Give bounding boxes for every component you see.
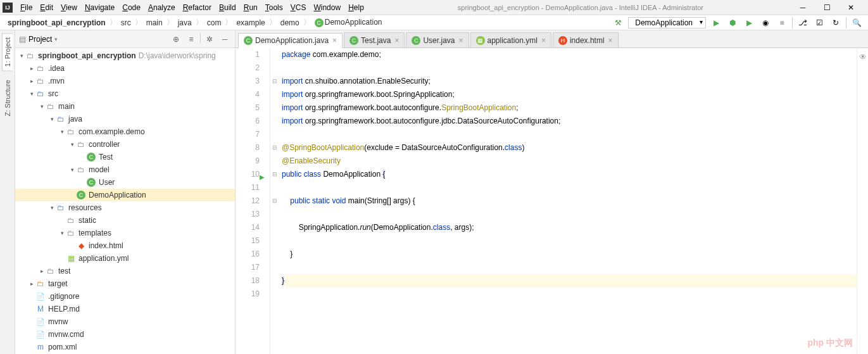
tree-arrow-icon[interactable]: ▸	[38, 268, 46, 274]
tree-node-resources[interactable]: ▾🗀resources	[15, 201, 235, 214]
hide-panel-icon[interactable]: ─	[218, 33, 231, 46]
run-button[interactable]: ▶	[710, 16, 722, 29]
tab-index.html[interactable]: Hindex.html×	[553, 32, 619, 47]
tree-arrow-icon[interactable]: ▾	[38, 103, 46, 110]
tab-label: Test.java	[361, 36, 391, 45]
tree-label: DemoApplication	[89, 191, 146, 199]
commit-icon[interactable]: ☑	[813, 16, 826, 29]
tree-node-User[interactable]: CUser	[15, 176, 235, 189]
coverage-button[interactable]: ▶	[743, 16, 755, 29]
tab-close-icon[interactable]: ×	[394, 36, 399, 45]
tree-node-com.example.demo[interactable]: ▾🗀com.example.demo	[15, 125, 235, 138]
tree-node-pom.xml[interactable]: mpom.xml	[15, 341, 235, 353]
html-icon: H	[558, 36, 567, 45]
class-icon: C	[412, 36, 420, 45]
menu-window[interactable]: Window	[310, 2, 344, 13]
tree-arrow-icon[interactable]: ▾	[68, 141, 76, 148]
settings-icon[interactable]: ✲	[203, 33, 216, 46]
menu-vcs[interactable]: VCS	[287, 2, 310, 13]
tab-close-icon[interactable]: ×	[541, 36, 546, 45]
menu-file[interactable]: File	[16, 2, 36, 13]
menu-code[interactable]: Code	[118, 2, 144, 13]
tree-arrow-icon[interactable]: ▸	[28, 78, 35, 84]
tree-arrow-icon[interactable]: ▾	[48, 116, 56, 122]
expand-all-icon[interactable]: ≡	[185, 33, 198, 46]
menu-run[interactable]: Run	[240, 2, 261, 13]
tree-node-java[interactable]: ▾🗀java	[15, 113, 235, 125]
run-configuration-select[interactable]: DemoApplication	[628, 17, 706, 28]
breadcrumb-example[interactable]: example	[234, 17, 267, 28]
menu-refactor[interactable]: Refactor	[179, 2, 215, 13]
tab-application.yml[interactable]: ▦application.yml×	[470, 32, 551, 47]
tree-node-application.yml[interactable]: ▦application.yml	[15, 252, 235, 265]
tree-node-test[interactable]: ▸🗀test	[15, 265, 235, 277]
tab-close-icon[interactable]: ×	[332, 36, 337, 45]
project-tool-tab[interactable]: 1: Project	[2, 33, 13, 71]
breadcrumb-java[interactable]: java	[175, 17, 194, 28]
menu-view[interactable]: View	[57, 2, 81, 13]
breadcrumb-com[interactable]: com	[204, 17, 224, 28]
tree-node-.idea[interactable]: ▸🗀.idea	[15, 62, 235, 75]
tree-label: templates	[79, 229, 111, 237]
project-tree[interactable]: ▾🗀springboot_api_encryptionD:\java\iderw…	[15, 48, 235, 354]
breadcrumb-DemoApplication[interactable]: CDemoApplication	[312, 16, 385, 28]
maximize-button[interactable]: ☐	[817, 1, 836, 14]
tab-User.java[interactable]: CUser.java×	[406, 32, 469, 47]
tab-close-icon[interactable]: ×	[458, 36, 463, 45]
vcs-icon[interactable]: ⎇	[796, 16, 809, 29]
tree-node-mvnw.cmd[interactable]: 📄mvnw.cmd	[15, 328, 235, 341]
tree-node-DemoApplication[interactable]: CDemoApplication	[15, 189, 235, 201]
tree-node-index.html[interactable]: ◆index.html	[15, 239, 235, 252]
stop-button[interactable]: ■	[776, 16, 788, 29]
menu-navigate[interactable]: Navigate	[81, 2, 118, 13]
fold-gutter[interactable]: ⊟⊟⊟⊟	[270, 48, 279, 354]
code-editor[interactable]: package com.example.demo; import cn.shui…	[279, 48, 857, 354]
menu-edit[interactable]: Edit	[36, 2, 57, 13]
tree-arrow-icon[interactable]: ▾	[58, 129, 66, 135]
project-panel-title[interactable]: ▤ Project ▾	[19, 35, 58, 44]
breadcrumb-demo[interactable]: demo	[278, 17, 302, 28]
tree-node-controller[interactable]: ▾🗀controller	[15, 138, 235, 151]
tree-node-mvnw[interactable]: 📄mvnw	[15, 315, 235, 328]
inspections-eye-icon[interactable]: 👁	[857, 51, 868, 64]
tree-arrow-icon[interactable]: ▾	[58, 230, 66, 236]
build-icon[interactable]: ⚒	[612, 16, 624, 29]
tab-Test.java[interactable]: CTest.java×	[344, 32, 405, 47]
breadcrumb-src[interactable]: src	[118, 17, 134, 28]
breadcrumb-springboot_api_encryption[interactable]: springboot_api_encryption	[5, 17, 108, 28]
tree-arrow-icon[interactable]: ▾	[48, 205, 56, 211]
tree-node-.mvn[interactable]: ▸🗀.mvn	[15, 75, 235, 87]
minimize-button[interactable]: ─	[793, 1, 812, 14]
tab-close-icon[interactable]: ×	[608, 36, 613, 45]
search-icon[interactable]: 🔍	[850, 16, 863, 29]
menu-build[interactable]: Build	[215, 2, 240, 13]
menu-tools[interactable]: Tools	[261, 2, 287, 13]
tree-node-HELP.md[interactable]: MHELP.md	[15, 303, 235, 315]
tree-node-model[interactable]: ▾🗀model	[15, 163, 235, 176]
tree-node-main[interactable]: ▾🗀main	[15, 100, 235, 113]
menu-help[interactable]: Help	[344, 2, 368, 13]
debug-button[interactable]: ⬢	[726, 16, 739, 29]
tree-node-Test[interactable]: CTest	[15, 151, 235, 163]
breadcrumb-main[interactable]: main	[144, 17, 165, 28]
structure-tool-tab[interactable]: Z: Structure	[3, 76, 13, 120]
close-button[interactable]: ✕	[841, 1, 860, 14]
tree-node-src[interactable]: ▾🗀src	[15, 87, 235, 100]
tree-arrow-icon[interactable]: ▸	[28, 65, 35, 72]
tree-arrow-icon[interactable]: ▸	[28, 281, 35, 287]
tree-node-.gitignore[interactable]: 📄.gitignore	[15, 290, 235, 303]
folder-icon: 🗀	[46, 102, 56, 111]
select-opened-file-icon[interactable]: ⊕	[170, 33, 182, 46]
tree-node-target[interactable]: ▸🗀target	[15, 277, 235, 290]
tree-arrow-icon[interactable]: ▾	[18, 53, 25, 59]
tree-node-springboot_api_encryption[interactable]: ▾🗀springboot_api_encryptionD:\java\iderw…	[15, 49, 235, 62]
update-icon[interactable]: ↻	[829, 16, 842, 29]
menu-analyze[interactable]: Analyze	[144, 2, 179, 13]
tree-arrow-icon[interactable]: ▾	[28, 91, 35, 97]
tree-arrow-icon[interactable]: ▾	[68, 167, 76, 173]
tree-node-static[interactable]: 🗀static	[15, 214, 235, 227]
profile-button[interactable]: ◉	[759, 16, 772, 29]
line-gutter[interactable]: 123456789▶10111213141516171819	[236, 48, 270, 354]
tab-DemoApplication.java[interactable]: CDemoApplication.java×	[238, 33, 343, 48]
tree-node-templates[interactable]: ▾🗀templates	[15, 227, 235, 239]
